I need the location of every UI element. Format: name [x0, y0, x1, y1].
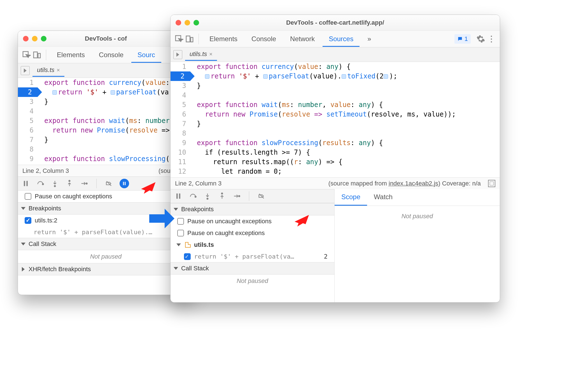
pause-uncaught-checkbox[interactable] — [177, 218, 184, 225]
deactivate-breakpoints-icon[interactable] — [258, 192, 265, 200]
titlebar: DevTools - cof — [18, 31, 194, 47]
tab-scope[interactable]: Scope — [335, 189, 367, 206]
step-marker-icon — [111, 90, 115, 95]
pause-icon[interactable] — [22, 180, 30, 187]
step-icon[interactable] — [233, 192, 241, 200]
svg-rect-15 — [179, 194, 180, 199]
svg-point-8 — [86, 183, 87, 184]
xhr-breakpoints-header[interactable]: XHR/fetch Breakpoints — [18, 263, 194, 275]
zoom-icon[interactable] — [41, 36, 46, 41]
minimize-icon[interactable] — [32, 36, 38, 41]
tab-watch[interactable]: Watch — [367, 189, 399, 206]
tab-console[interactable]: Console — [93, 47, 130, 63]
settings-icon[interactable] — [476, 34, 485, 43]
breakpoint-checkbox[interactable] — [25, 217, 31, 224]
debugger-split: Breakpoints Pause on uncaught exceptions… — [171, 189, 500, 302]
pause-uncaught-label: Pause on uncaught exceptions — [187, 218, 272, 225]
window-title: DevTools - cof — [85, 35, 127, 42]
inspect-element-icon[interactable] — [22, 50, 31, 59]
not-paused-label: Not paused — [171, 275, 334, 287]
step-marker-icon — [384, 74, 388, 79]
svg-rect-3 — [24, 181, 25, 186]
zoom-icon[interactable] — [193, 20, 199, 25]
svg-point-5 — [42, 183, 44, 185]
device-toolbar-icon[interactable] — [185, 34, 194, 43]
pause-icon[interactable] — [174, 192, 182, 200]
close-tab-icon[interactable]: × — [57, 67, 60, 73]
more-icon[interactable]: ⋮ — [487, 34, 496, 43]
titlebar: DevTools - coffee-cart.netlify.app/ — [171, 15, 500, 31]
file-tab-label: utils.ts — [190, 50, 207, 58]
execution-marker-icon — [205, 74, 209, 79]
pause-caught-label: Pause on caught exceptions — [187, 229, 265, 237]
pause-caught-label: Pause on caught exceptions — [35, 193, 112, 200]
traffic-lights[interactable] — [176, 20, 199, 25]
window-title: DevTools - coffee-cart.netlify.app/ — [286, 19, 384, 26]
svg-rect-4 — [26, 181, 28, 186]
step-into-icon[interactable] — [204, 192, 211, 200]
editor-status: Line 2, Column 3 (source ma — [18, 165, 194, 176]
red-arrow-annotation-icon — [139, 178, 156, 195]
editor-status: Line 2, Column 3 (source mapped from ind… — [171, 177, 500, 189]
debugger-panels: Breakpoints Pause on uncaught exceptions… — [171, 203, 334, 287]
toggle-navigator-icon[interactable] — [21, 66, 30, 75]
pause-caught-checkbox[interactable] — [25, 193, 31, 200]
step-icon[interactable] — [80, 180, 88, 187]
step-marker-icon — [263, 74, 268, 79]
blue-arrow-annotation-icon — [148, 207, 176, 230]
tab-elements[interactable]: Elements — [203, 31, 244, 47]
deactivate-breakpoints-icon[interactable] — [105, 180, 113, 187]
tab-sources[interactable]: Sourc — [131, 47, 161, 63]
step-out-icon[interactable] — [218, 192, 226, 200]
more-tabs[interactable]: » — [361, 31, 377, 47]
code-editor[interactable]: 1export function currency(value: 2 retur… — [18, 78, 194, 165]
svg-point-18 — [221, 193, 223, 194]
tab-console[interactable]: Console — [245, 31, 282, 47]
callstack-header[interactable]: Call Stack — [171, 262, 334, 275]
inspect-element-icon[interactable] — [174, 34, 183, 43]
step-out-icon[interactable] — [66, 180, 73, 187]
step-into-icon[interactable] — [51, 180, 59, 187]
file-icon — [185, 242, 191, 248]
close-tab-icon[interactable]: × — [209, 51, 213, 57]
code-editor[interactable]: 1export function currency(value: any) { … — [171, 62, 500, 177]
breakpoint-file-row[interactable]: utils.ts — [171, 239, 334, 251]
svg-rect-9 — [123, 182, 124, 185]
minimize-icon[interactable] — [185, 20, 190, 25]
file-tabbar: utils.ts × — [18, 63, 194, 78]
cursor-position: Line 2, Column 3 — [175, 180, 221, 187]
tab-sources[interactable]: Sources — [323, 31, 360, 47]
device-toolbar-icon[interactable] — [32, 50, 41, 59]
issues-count: 1 — [465, 35, 468, 43]
breakpoints-header[interactable]: Breakpoints — [171, 203, 334, 215]
devtools-window-a: DevTools - cof Elements Console Sourc ut… — [18, 31, 194, 295]
pause-caught-checkbox[interactable] — [177, 230, 184, 236]
file-tab[interactable]: utils.ts × — [185, 48, 217, 61]
toggle-navigator-icon[interactable] — [173, 50, 182, 59]
breakpoint-label[interactable]: utils.ts:2 — [35, 217, 57, 224]
issues-badge[interactable]: 1 — [454, 34, 471, 44]
scope-tabs: Scope Watch — [335, 189, 500, 206]
not-paused-label: Not paused — [18, 250, 194, 263]
debugger-toolbar — [171, 189, 334, 203]
step-over-icon[interactable] — [189, 192, 197, 200]
breakpoint-checkbox[interactable] — [184, 253, 191, 260]
source-map-file[interactable]: index.1ac4eab2.js — [389, 180, 438, 187]
tab-network[interactable]: Network — [284, 31, 321, 47]
close-icon[interactable] — [23, 36, 29, 41]
pause-on-exceptions-icon[interactable] — [120, 179, 129, 188]
svg-rect-13 — [191, 37, 193, 42]
svg-rect-10 — [125, 182, 126, 185]
close-icon[interactable] — [176, 20, 181, 25]
svg-point-7 — [69, 180, 70, 182]
tab-elements[interactable]: Elements — [51, 47, 91, 63]
step-over-icon[interactable] — [36, 180, 44, 187]
file-tab[interactable]: utils.ts × — [32, 64, 64, 77]
show-coverage-icon[interactable] — [488, 180, 495, 187]
callstack-header[interactable]: Call Stack — [18, 238, 194, 250]
devtools-window-b: DevTools - coffee-cart.netlify.app/ Elem… — [170, 15, 500, 303]
breakpoint-gutter[interactable]: 2 — [171, 71, 190, 81]
traffic-lights[interactable] — [23, 36, 46, 41]
breakpoint-gutter[interactable]: 2 — [18, 87, 38, 97]
red-arrow-annotation-icon — [293, 211, 310, 228]
